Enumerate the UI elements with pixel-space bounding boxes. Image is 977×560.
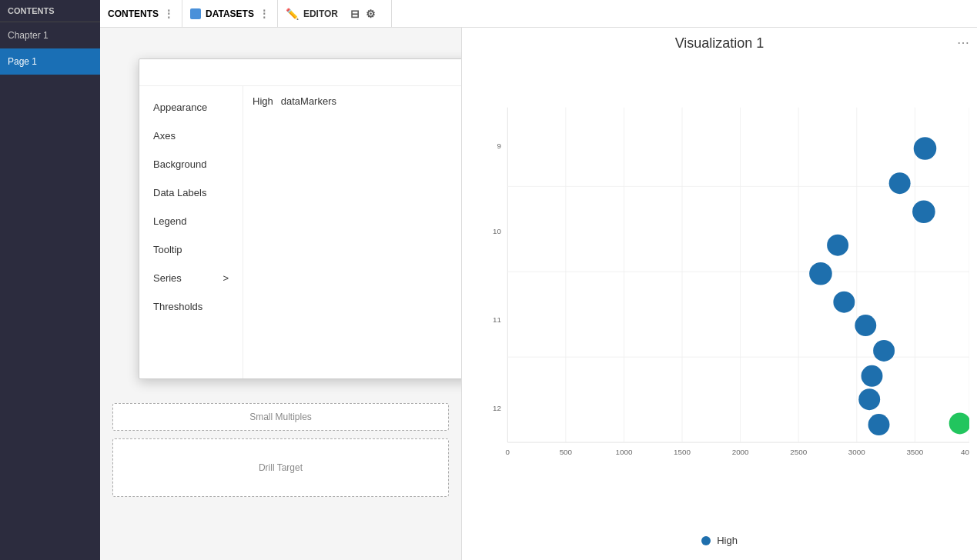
svg-text:3000: 3000: [848, 448, 865, 456]
chevron-right-icon: >: [223, 272, 229, 284]
data-point-9: [862, 365, 883, 387]
svg-text:500: 500: [560, 448, 573, 456]
svg-text:0: 0: [506, 448, 510, 456]
svg-text:9: 9: [497, 142, 502, 150]
nav-item-thresholds[interactable]: Thresholds: [142, 293, 239, 320]
data-point-6: [833, 292, 855, 313]
svg-text:3500: 3500: [906, 448, 923, 456]
modal-body: Appearance Axes Background Data Labels L…: [139, 86, 462, 378]
modal-content-area: High dataMarkers Edit: [243, 86, 462, 378]
main-content: CONTENTS ⋮ DATASETS ⋮ ✏️ EDITOR ⊟ ⚙ ×: [100, 0, 977, 560]
drill-target-drop[interactable]: Drill Target: [112, 438, 449, 497]
legend-label-high: High: [717, 535, 738, 546]
data-point-10: [858, 388, 880, 410]
small-multiples-drop[interactable]: Small Multiples: [112, 403, 449, 431]
background-panel: Small Multiples Drill Target: [100, 391, 461, 560]
editor-icons: ⊟ ⚙: [343, 8, 383, 20]
data-point-1: [914, 137, 937, 160]
data-point-7: [855, 315, 876, 336]
chart-area: 0 500 1000 1500 2000 2500 3000 3500 4000…: [470, 59, 969, 528]
chart-legend: High: [470, 528, 969, 552]
properties-modal: × Appearance Axes Background Data Labels…: [139, 58, 462, 379]
viz-panel: Visualization 1 ⋯: [462, 28, 977, 560]
top-bar: CONTENTS ⋮ DATASETS ⋮ ✏️ EDITOR ⊟ ⚙: [100, 0, 977, 28]
contents-label: CONTENTS: [108, 8, 159, 19]
data-point-11: [868, 414, 890, 435]
left-sidebar: CONTENTS Chapter 1 Page 1: [0, 0, 100, 560]
data-point-3: [912, 200, 935, 223]
nav-item-data-labels[interactable]: Data Labels: [142, 179, 239, 206]
sidebar-contents-label: CONTENTS: [0, 0, 100, 22]
data-point-5: [809, 262, 832, 285]
nav-item-background[interactable]: Background: [142, 151, 239, 178]
col1-label: High: [253, 95, 273, 107]
viz-title: Visualization 1: [470, 35, 969, 52]
contents-menu-icon[interactable]: ⋮: [163, 8, 174, 20]
data-point-4: [827, 235, 848, 256]
svg-text:11: 11: [493, 315, 501, 324]
col2-label: dataMarkers: [281, 95, 336, 107]
settings-icon[interactable]: ⚙: [366, 8, 376, 20]
datasets-menu-icon[interactable]: ⋮: [259, 8, 269, 20]
nav-item-legend[interactable]: Legend: [142, 208, 239, 235]
edit-pencil-icon: ✏️: [286, 8, 299, 20]
viz-more-icon[interactable]: ⋯: [957, 36, 969, 49]
svg-text:4000: 4000: [961, 448, 969, 456]
data-point-12: [949, 412, 969, 434]
modal-header: ×: [139, 59, 462, 86]
svg-text:2500: 2500: [790, 448, 807, 456]
modal-content-row-1: High dataMarkers Edit: [253, 95, 462, 107]
editor-panel: × Appearance Axes Background Data Labels…: [100, 28, 462, 560]
datasets-label: DATASETS: [206, 8, 254, 19]
sidebar-item-page1[interactable]: Page 1: [0, 48, 100, 75]
nav-item-axes[interactable]: Axes: [142, 122, 239, 149]
top-bar-datasets[interactable]: DATASETS ⋮: [182, 0, 278, 27]
nav-item-appearance[interactable]: Appearance: [142, 94, 239, 121]
modal-nav: Appearance Axes Background Data Labels L…: [139, 86, 243, 378]
sidebar-item-chapter1[interactable]: Chapter 1: [0, 22, 100, 48]
nav-item-series[interactable]: Series >: [142, 265, 239, 292]
db-icon: [190, 8, 201, 19]
top-bar-contents[interactable]: CONTENTS ⋮: [100, 0, 182, 27]
svg-text:1500: 1500: [674, 448, 691, 456]
data-point-2: [889, 172, 911, 194]
viz-top-right: ⋯: [957, 35, 969, 50]
chart-svg: 0 500 1000 1500 2000 2500 3000 3500 4000…: [470, 59, 969, 528]
svg-text:10: 10: [493, 227, 501, 235]
nav-item-tooltip[interactable]: Tooltip: [142, 236, 239, 263]
editor-label: EDITOR: [303, 8, 338, 19]
svg-text:12: 12: [493, 404, 501, 412]
content-row: × Appearance Axes Background Data Labels…: [100, 28, 977, 560]
nav-series-label: Series: [153, 272, 182, 284]
top-bar-editor[interactable]: ✏️ EDITOR ⊟ ⚙: [278, 0, 392, 27]
data-point-8: [873, 340, 895, 362]
legend-dot-high: [701, 536, 711, 545]
svg-text:1000: 1000: [615, 448, 632, 456]
filter-icon[interactable]: ⊟: [350, 8, 360, 20]
svg-text:2000: 2000: [732, 448, 749, 456]
